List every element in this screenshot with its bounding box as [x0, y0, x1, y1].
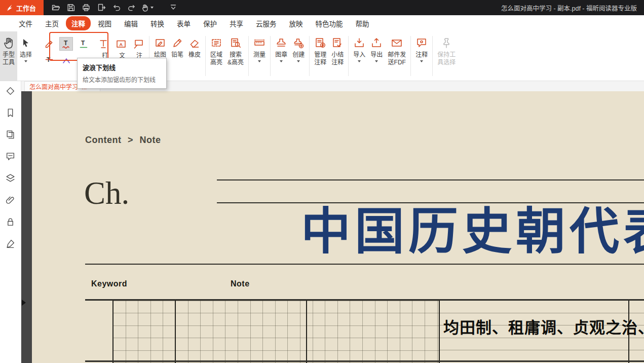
ribbon-separator: [348, 36, 349, 76]
undo-icon: [112, 3, 121, 12]
dropdown-caret-icon: [24, 60, 27, 62]
ribbon-separator: [248, 36, 249, 76]
menu-cloud[interactable]: 云服务: [250, 16, 282, 30]
menu-protect[interactable]: 保护: [198, 16, 222, 30]
create-stamp-button[interactable]: 创建: [290, 31, 307, 81]
highlighter-icon: [44, 39, 55, 50]
menu-convert[interactable]: 转换: [145, 16, 170, 30]
grid-line: [440, 338, 644, 338]
foxit-logo-icon: [5, 4, 13, 12]
manage-comments-icon: [314, 37, 326, 49]
highlight-tool-button[interactable]: [43, 38, 55, 50]
document-main-title: 中国历史朝代表: [301, 207, 644, 257]
import-icon: [353, 37, 365, 49]
table-border-line: [85, 360, 644, 362]
keep-tool-label2: 具选择: [437, 59, 456, 66]
email-fdf-button[interactable]: 邮件发 送FDF: [385, 31, 408, 81]
chevron-down-icon: [169, 4, 177, 12]
menu-present[interactable]: 放映: [284, 16, 309, 30]
menu-home[interactable]: 主页: [40, 16, 64, 30]
pencil-label: 铅笔: [171, 51, 183, 59]
save-button[interactable]: [64, 1, 78, 14]
hand-tool-button[interactable]: 手型 工具: [0, 31, 17, 81]
email-fdf-label: 邮件发: [388, 51, 406, 59]
measure-tool-button[interactable]: 测量: [251, 31, 268, 81]
menu-file[interactable]: 文件: [13, 16, 38, 30]
customize-toolbar-button[interactable]: [166, 1, 180, 14]
sidebar-security-button[interactable]: [3, 214, 18, 229]
import-comments-button[interactable]: 导入: [351, 31, 368, 81]
eraser-tool-button[interactable]: 橡皮: [186, 31, 203, 81]
menu-edit[interactable]: 编辑: [119, 16, 143, 30]
stamp-tool-button[interactable]: 图章: [273, 31, 290, 81]
area-highlight-label2: 高亮: [210, 59, 222, 66]
menu-help[interactable]: 帮助: [350, 16, 375, 30]
window-title: 怎么面对高中学习 - 副本.pdf - 福昕阅读器专业版: [501, 0, 637, 15]
menubar: 文件 主页 注释 视图 编辑 转换 表单 保护 共享 云服务 放映 特色功能 帮…: [0, 15, 644, 31]
expand-arrow-icon: [22, 300, 26, 306]
undo-button[interactable]: [109, 1, 123, 14]
print-button[interactable]: [79, 1, 93, 14]
select-tool-button[interactable]: 选择: [17, 31, 34, 81]
export-comments-button[interactable]: 导出: [368, 31, 385, 81]
document-area[interactable]: Content > Note Ch. 中国历史朝代表 Keyword Note …: [21, 91, 644, 363]
squiggly-underline-tool-button[interactable]: T: [60, 38, 72, 50]
import-label: 导入: [353, 51, 365, 59]
sidebar-layers-button[interactable]: [3, 170, 18, 186]
sidebar-eraser-button[interactable]: [3, 83, 18, 98]
ruled-line: [217, 179, 644, 180]
dropdown-caret-icon: [375, 60, 378, 62]
sidebar-pages-button[interactable]: [3, 127, 18, 142]
sidebar-signature-button[interactable]: [3, 236, 18, 251]
menu-share[interactable]: 共享: [224, 16, 249, 30]
quick-export-button[interactable]: [94, 1, 108, 14]
pdf-page[interactable]: Content > Note Ch. 中国历史朝代表 Keyword Note …: [32, 91, 644, 363]
grid-line: [440, 313, 644, 313]
keep-tool-label: 保持工: [437, 51, 456, 59]
export-label: 导出: [370, 51, 383, 59]
keyword-column-header: Keyword: [91, 279, 127, 288]
svg-text:A: A: [120, 42, 123, 47]
menu-features[interactable]: 特色功能: [310, 16, 349, 30]
page-breadcrumb-text: Content > Note: [85, 135, 161, 146]
email-icon: [391, 37, 403, 49]
svg-text:T: T: [81, 40, 85, 47]
ribbon-separator: [432, 36, 433, 76]
sidebar-attachments-button[interactable]: [3, 192, 18, 207]
area-highlight-label: 区域: [210, 51, 222, 59]
summarize-comments-button[interactable]: 小结 注释: [329, 31, 346, 81]
quick-access-toolbar: [49, 1, 180, 14]
underline-icon: T: [78, 39, 89, 50]
eraser-icon: [188, 37, 201, 49]
squiggly-underline-icon: T: [61, 39, 72, 50]
application-window: 工作台 怎么面对高中学习 - 副本.pdf - 福昕阅读器专业版 文件 主页 注…: [0, 0, 644, 363]
redo-button[interactable]: [125, 1, 138, 14]
table-grid-squares: [113, 301, 439, 363]
menu-form[interactable]: 表单: [171, 16, 196, 30]
menu-view[interactable]: 视图: [92, 16, 117, 30]
insert-text-tool-button[interactable]: [60, 53, 72, 66]
open-file-button[interactable]: [49, 1, 62, 14]
strikeout-tool-button[interactable]: T: [43, 53, 55, 66]
hand-tool-label: 手型: [3, 51, 15, 59]
pencil-tool-button[interactable]: 铅笔: [169, 31, 186, 81]
area-highlight-button[interactable]: 区域 高亮: [208, 31, 225, 81]
hand-tool-quick-button[interactable]: [140, 1, 154, 14]
comment-panel-button[interactable]: 注释: [413, 31, 430, 81]
sidebar-comments-button[interactable]: [3, 149, 18, 164]
menu-comment[interactable]: 注释: [66, 16, 91, 30]
create-stamp-icon: [292, 37, 305, 49]
workspace-button[interactable]: 工作台: [0, 0, 44, 15]
panel-expand-handle[interactable]: [22, 298, 28, 308]
manage-comments-button[interactable]: 管理 注释: [312, 31, 329, 81]
titlebar: 工作台 怎么面对高中学习 - 副本.pdf - 福昕阅读器专业版: [0, 0, 644, 15]
search-highlight-button[interactable]: 搜索 &高亮: [225, 31, 246, 81]
underline-tool-button[interactable]: T: [77, 38, 90, 50]
summarize-comments-icon: [331, 37, 344, 49]
ruled-line: [217, 202, 644, 203]
signature-pen-icon: [6, 239, 15, 248]
measure-label: 测量: [253, 51, 266, 59]
folder-open-icon: [51, 3, 60, 12]
sidebar-bookmarks-button[interactable]: [3, 105, 18, 120]
ribbon-separator: [270, 36, 271, 76]
